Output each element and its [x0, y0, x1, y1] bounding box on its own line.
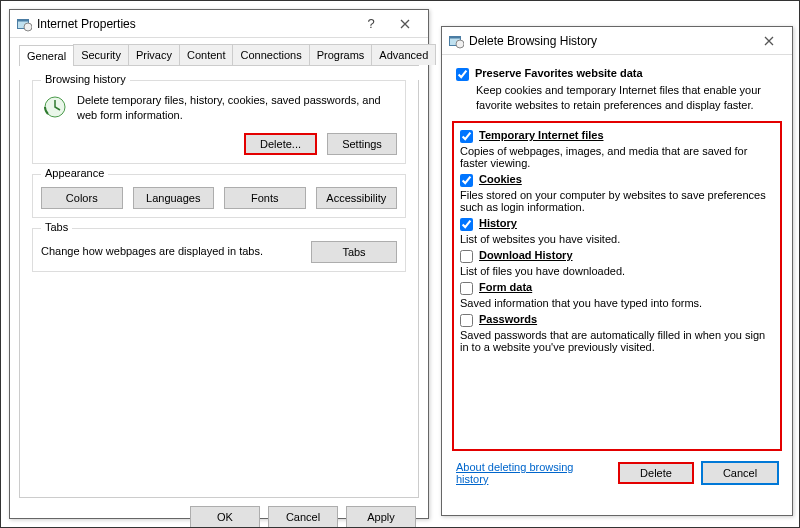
dbh-item-label-3: Download History — [479, 249, 573, 261]
dbh-item-desc-0: Copies of webpages, images, and media th… — [460, 145, 774, 169]
dbh-item-desc-2: List of websites you have visited. — [460, 233, 774, 245]
tab-security[interactable]: Security — [73, 44, 129, 65]
tab-content[interactable]: Content — [179, 44, 234, 65]
preserve-favorites-label: Preserve Favorites website data — [475, 67, 643, 79]
preserve-favorites-desc: Keep cookies and temporary Internet file… — [476, 83, 778, 113]
cancel-button[interactable]: Cancel — [268, 506, 338, 528]
history-clock-icon — [41, 93, 69, 121]
tabs-desc: Change how webpages are displayed in tab… — [41, 244, 301, 259]
internet-options-icon — [448, 33, 464, 49]
dbh-item-checkbox-3[interactable] — [460, 250, 473, 263]
languages-button[interactable]: Languages — [133, 187, 215, 209]
dbh-item-desc-5: Saved passwords that are automatically f… — [460, 329, 774, 353]
delete-confirm-button[interactable]: Delete — [618, 462, 694, 484]
dbh-titlebar: Delete Browsing History — [442, 27, 792, 55]
dbh-title: Delete Browsing History — [469, 34, 752, 48]
dbh-item-checkbox-5[interactable] — [460, 314, 473, 327]
ip-title: Internet Properties — [37, 17, 354, 31]
internet-options-icon — [16, 16, 32, 32]
about-deleting-link[interactable]: About deleting browsing history — [456, 461, 602, 485]
tab-connections[interactable]: Connections — [232, 44, 309, 65]
ip-tabstrip: General Security Privacy Content Connect… — [19, 44, 419, 66]
close-button[interactable] — [388, 13, 422, 35]
tab-general[interactable]: General — [19, 45, 74, 66]
tab-privacy[interactable]: Privacy — [128, 44, 180, 65]
dbh-item-checkbox-0[interactable] — [460, 130, 473, 143]
dbh-item-4[interactable]: Form data — [460, 281, 774, 295]
dbh-item-checkbox-4[interactable] — [460, 282, 473, 295]
settings-button[interactable]: Settings — [327, 133, 397, 155]
preserve-favorites-checkbox[interactable]: Preserve Favorites website data — [456, 67, 778, 81]
dbh-item-label-5: Passwords — [479, 313, 537, 325]
dbh-item-3[interactable]: Download History — [460, 249, 774, 263]
dbh-item-desc-3: List of files you have downloaded. — [460, 265, 774, 277]
dbh-item-desc-4: Saved information that you have typed in… — [460, 297, 774, 309]
dbh-item-desc-1: Files stored on your computer by website… — [460, 189, 774, 213]
dbh-item-5[interactable]: Passwords — [460, 313, 774, 327]
fonts-button[interactable]: Fonts — [224, 187, 306, 209]
dbh-item-label-0: Temporary Internet files — [479, 129, 604, 141]
dbh-item-checkbox-2[interactable] — [460, 218, 473, 231]
ip-titlebar: Internet Properties ? — [10, 10, 428, 38]
svg-rect-5 — [450, 36, 461, 38]
dbh-item-label-2: History — [479, 217, 517, 229]
svg-point-2 — [24, 23, 32, 31]
accessibility-button[interactable]: Accessibility — [316, 187, 398, 209]
colors-button[interactable]: Colors — [41, 187, 123, 209]
tabs-button[interactable]: Tabs — [311, 241, 397, 263]
tab-advanced[interactable]: Advanced — [371, 44, 436, 65]
close-button[interactable] — [752, 30, 786, 52]
svg-rect-1 — [18, 19, 29, 21]
bh-group-title: Browsing history — [41, 73, 130, 85]
delete-history-button[interactable]: Delete... — [244, 133, 317, 155]
appearance-group-title: Appearance — [41, 167, 108, 179]
dbh-item-0[interactable]: Temporary Internet files — [460, 129, 774, 143]
dbh-item-1[interactable]: Cookies — [460, 173, 774, 187]
svg-point-6 — [456, 40, 464, 48]
apply-button[interactable]: Apply — [346, 506, 416, 528]
help-button[interactable]: ? — [354, 13, 388, 35]
preserve-favorites-input[interactable] — [456, 68, 469, 81]
dbh-item-label-4: Form data — [479, 281, 532, 293]
dbh-item-label-1: Cookies — [479, 173, 522, 185]
cancel-dialog-button[interactable]: Cancel — [702, 462, 778, 484]
dbh-item-checkbox-1[interactable] — [460, 174, 473, 187]
tabs-group-title: Tabs — [41, 221, 72, 233]
tab-programs[interactable]: Programs — [309, 44, 373, 65]
bh-desc: Delete temporary files, history, cookies… — [77, 93, 397, 123]
dbh-item-2[interactable]: History — [460, 217, 774, 231]
ok-button[interactable]: OK — [190, 506, 260, 528]
